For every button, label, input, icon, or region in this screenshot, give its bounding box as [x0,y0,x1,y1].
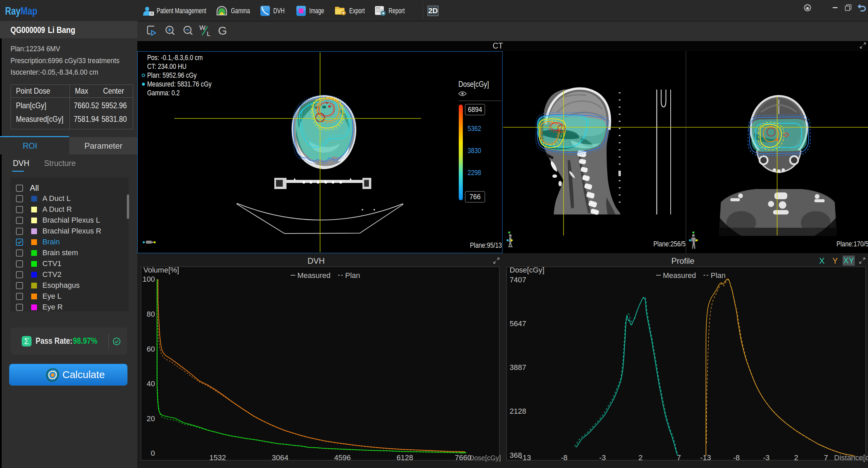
svg-text:5647: 5647 [510,319,526,328]
svg-text:Plane:170/5: Plane:170/5 [836,240,868,248]
svg-text:Dose[cGy]: Dose[cGy] [458,79,489,89]
svg-text:W: W [199,24,205,31]
svg-text:3887: 3887 [510,363,526,372]
svg-text:0: 0 [151,449,155,457]
svg-text:-3: -3 [763,453,770,462]
svg-text:100: 100 [142,275,155,283]
svg-text:Plan: 5952.96 cGy: Plan: 5952.96 cGy [147,71,197,79]
svg-text:5362: 5362 [468,124,481,133]
svg-text:2298: 2298 [468,168,481,177]
svg-text:40: 40 [147,379,155,388]
svg-text:80: 80 [147,310,155,318]
svg-text:20: 20 [147,414,155,423]
svg-text:Dose[cGy]: Dose[cGy] [510,266,545,274]
svg-text:2: 2 [794,453,798,462]
svg-text:2128: 2128 [510,407,526,415]
svg-text:Dose[cGy]: Dose[cGy] [469,454,501,462]
svg-text:4596: 4596 [334,453,351,462]
svg-text:Plane:95/13: Plane:95/13 [470,241,502,249]
svg-text:Measured: 5831.76 cGy: Measured: 5831.76 cGy [147,80,212,88]
svg-text:Plane:256/5: Plane:256/5 [653,240,686,248]
svg-text:L: L [207,30,211,37]
svg-text:-8: -8 [733,453,740,462]
svg-text:-8: -8 [561,453,568,462]
svg-text:CT: 234.00 HU: CT: 234.00 HU [147,62,186,71]
svg-text:6128: 6128 [397,453,413,462]
svg-text:3830: 3830 [468,146,481,155]
svg-text:Gamma: 0.2: Gamma: 0.2 [147,89,180,97]
svg-text:Plan: Plan [345,271,360,280]
svg-text:Distance[cm]: Distance[cm] [834,453,868,462]
svg-text:7: 7 [824,453,828,462]
svg-text:-3: -3 [599,453,606,462]
svg-text:3064: 3064 [272,453,289,462]
svg-text:7407: 7407 [510,276,526,284]
svg-text:766: 766 [470,192,481,201]
svg-text:Volume[%]: Volume[%] [143,266,179,274]
svg-text:6894: 6894 [468,105,482,114]
svg-text:2: 2 [638,453,643,462]
svg-text:-13: -13 [520,453,531,462]
svg-text:Measured: Measured [297,271,331,280]
svg-text:Measured: Measured [663,271,696,280]
svg-text:Plan: Plan [711,271,726,280]
svg-text:60: 60 [147,345,155,353]
svg-text:Pos: -0.1,-8.3,6.0 cm: Pos: -0.1,-8.3,6.0 cm [147,53,203,62]
svg-text:1532: 1532 [210,453,226,462]
